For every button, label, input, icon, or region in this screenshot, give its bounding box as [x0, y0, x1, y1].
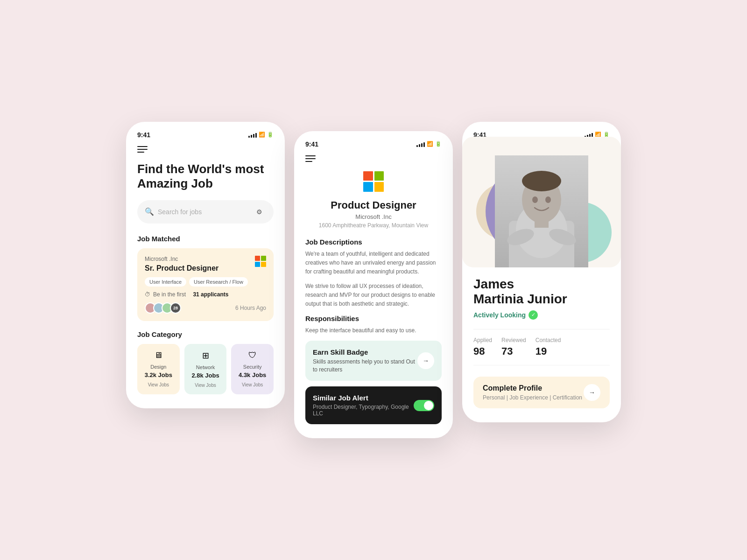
security-view[interactable]: View Jobs [242, 382, 263, 387]
security-label: Security [243, 364, 262, 370]
profile-name: James Martinia Junior [473, 277, 610, 307]
applicants-row: ⏱ Be in the first 31 applicants [145, 291, 266, 298]
search-bar[interactable]: 🔍 Search for jobs ⚙ [137, 200, 274, 224]
time-ago: 6 Hours Ago [235, 305, 266, 311]
complete-profile-arrow[interactable]: → [584, 384, 600, 401]
search-icon: 🔍 [145, 207, 154, 216]
screen-2-phone: 9:41 📶 🔋 [294, 131, 453, 439]
applied-label: Applied [473, 337, 492, 343]
profile-hero [462, 137, 621, 267]
hero-title-1: Find the World's most Amazing Job [137, 162, 274, 191]
complete-profile-title: Complete Profile [483, 384, 582, 392]
security-jobs: 4.3k Jobs [239, 371, 266, 378]
job-matched-title: Job Matched [137, 235, 274, 243]
security-icon: 🛡 [248, 350, 257, 360]
complete-profile-content: Complete Profile Personal | Job Experien… [483, 384, 582, 401]
ms-logo-large [363, 171, 384, 192]
applicant-count: 31 applicants [193, 291, 228, 298]
network-jobs: 2.8k Jobs [191, 372, 219, 379]
reviewed-value: 73 [501, 345, 526, 357]
job-desc-title: Job Descriptions [305, 238, 442, 246]
similar-job-title: Similar Job Alert [313, 394, 414, 402]
design-view[interactable]: View Jobs [148, 382, 169, 387]
stat-contacted: Contacted 19 [536, 337, 561, 357]
status-icons-1: 📶 🔋 [248, 132, 274, 138]
job-desc-text-2: We strive to follow all UX processes of … [305, 282, 442, 309]
filter-button[interactable]: ⚙ [252, 205, 266, 219]
detail-company: Microsoft .Inc [305, 213, 442, 220]
job-categories: 🖥 Design 3.2k Jobs View Jobs ⊞ Network 2… [137, 344, 274, 394]
similar-job-content: Similar Job Alert Product Designer, Typo… [313, 394, 414, 417]
screen-1-phone: 9:41 📶 🔋 Find the World's most Amazing J… [126, 122, 285, 408]
wifi-icon-1: 📶 [259, 132, 265, 138]
time-2: 9:41 [305, 140, 318, 148]
network-view[interactable]: View Jobs [195, 383, 216, 388]
signal-icon-1 [248, 132, 257, 138]
network-icon: ⊞ [202, 350, 209, 361]
category-security[interactable]: 🛡 Security 4.3k Jobs View Jobs [231, 344, 274, 394]
contacted-label: Contacted [536, 337, 561, 343]
status-bar-1: 9:41 📶 🔋 [137, 131, 274, 139]
design-label: Design [150, 364, 166, 370]
hamburger-menu-1[interactable] [137, 146, 148, 153]
job-title: Sr. Product Designer [145, 264, 218, 273]
complete-profile-card[interactable]: Complete Profile Personal | Job Experien… [473, 377, 610, 408]
tag-ui: User Interface [145, 277, 186, 287]
screen-3-phone: 9:41 📶 🔋 [462, 122, 621, 422]
similar-job-desc: Product Designer, Typography, Google LLC [313, 404, 414, 417]
category-design[interactable]: 🖥 Design 3.2k Jobs View Jobs [137, 344, 180, 394]
detail-address: 1600 Amphitheatre Parkway, Mountain View [305, 222, 442, 229]
active-status-text: Actively Looking [473, 311, 526, 319]
skill-badge-title: Earn Skill Badge [313, 348, 417, 356]
status-bar-2: 9:41 📶 🔋 [305, 140, 442, 148]
stat-applied: Applied 98 [473, 337, 492, 357]
applicant-avatars: 28 [145, 302, 181, 314]
job-desc-text-1: We're a team of youthful, intelligent an… [305, 250, 442, 277]
battery-icon-1: 🔋 [267, 132, 274, 138]
search-input[interactable]: Search for jobs [158, 208, 248, 216]
microsoft-logo [255, 256, 266, 267]
design-jobs: 3.2k Jobs [145, 371, 172, 378]
wifi-icon-2: 📶 [427, 141, 433, 147]
status-icons-2: 📶 🔋 [416, 141, 442, 147]
check-icon: ✓ [529, 310, 538, 320]
avatar-count: 28 [170, 302, 181, 314]
signal-icon-2 [416, 141, 425, 147]
skill-badge-arrow[interactable]: → [417, 352, 434, 369]
network-label: Network [196, 364, 215, 370]
job-tags: User Interface User Research / Flow [145, 277, 266, 287]
design-icon: 🖥 [154, 350, 162, 360]
svg-point-5 [522, 171, 561, 191]
time-1: 9:41 [137, 131, 150, 139]
active-badge: Actively Looking ✓ [473, 310, 610, 320]
similar-job-card[interactable]: Similar Job Alert Product Designer, Typo… [305, 386, 442, 424]
svg-point-6 [532, 196, 538, 203]
profile-photo [495, 155, 588, 267]
stats-row: Applied 98 Reviewed 73 Contacted 19 [473, 329, 610, 365]
contacted-value: 19 [536, 345, 561, 357]
reviewed-label: Reviewed [501, 337, 526, 343]
resp-title: Responsibilities [305, 315, 442, 322]
skill-badge-card[interactable]: Earn Skill Badge Skills assessments help… [305, 341, 442, 381]
detail-job-title: Product Designer [305, 199, 442, 211]
stat-reviewed: Reviewed 73 [501, 337, 526, 357]
job-category-title: Job Category [137, 330, 274, 338]
toggle-knob [424, 401, 433, 410]
complete-profile-subtitle: Personal | Job Experience | Certificatio… [483, 394, 582, 401]
job-card-footer: 28 6 Hours Ago [145, 302, 266, 314]
clock-icon: ⏱ [145, 291, 150, 298]
applied-value: 98 [473, 345, 492, 357]
category-network[interactable]: ⊞ Network 2.8k Jobs View Jobs [184, 344, 227, 394]
company-logo-center [305, 171, 442, 192]
svg-point-7 [545, 196, 551, 203]
battery-icon-2: 🔋 [435, 141, 442, 147]
svg-rect-8 [535, 218, 549, 228]
hamburger-menu-2[interactable] [305, 155, 316, 162]
job-card-header: Microsoft .Inc Sr. Product Designer [145, 256, 266, 273]
screens-container: 9:41 📶 🔋 Find the World's most Amazing J… [93, 122, 654, 439]
job-company: Microsoft .Inc [145, 256, 218, 262]
job-card[interactable]: Microsoft .Inc Sr. Product Designer User… [137, 248, 274, 321]
resp-text: Keep the interface beautiful and easy to… [305, 326, 442, 335]
tag-ux: User Research / Flow [189, 277, 248, 287]
similar-job-toggle[interactable] [414, 400, 434, 411]
